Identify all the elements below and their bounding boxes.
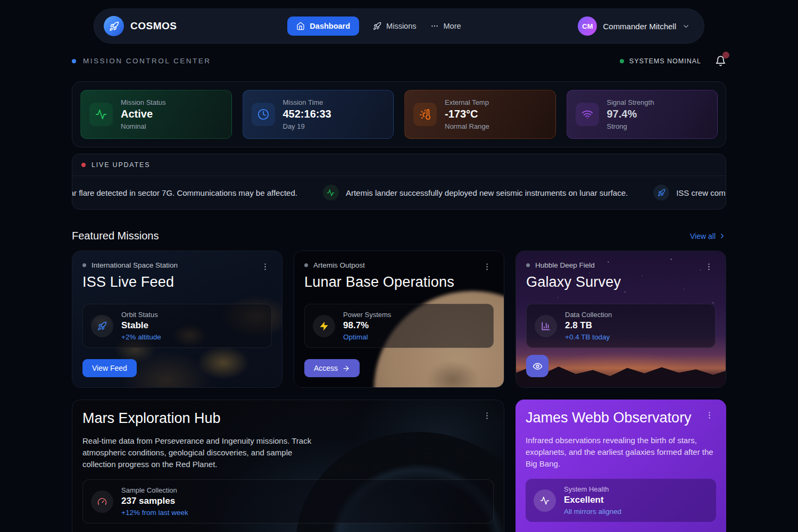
ticker-text: Solar flare detected in sector 7G. Commu… <box>72 188 297 197</box>
view-all-link[interactable]: View all <box>690 232 726 240</box>
stat-value: 98.7% <box>343 320 391 331</box>
mission-card-lunar[interactable]: Artemis Outpost Lunar Base Operations Po… <box>294 251 504 388</box>
ticker-text: Artemis lander successfully deployed new… <box>346 188 628 197</box>
systems-status-label: SYSTEMS NOMINAL <box>629 57 701 65</box>
lightning-bolt-icon <box>313 315 335 337</box>
webb-card[interactable]: James Webb Observatory Infrared observat… <box>516 400 726 532</box>
card-menu-button[interactable] <box>259 261 272 272</box>
page-header: MISSION CONTROL CENTER SYSTEMS NOMINAL <box>72 55 726 66</box>
stat-sub: +2% altitude <box>121 333 161 341</box>
rocket-logo-icon <box>104 16 124 36</box>
bar-chart-icon <box>535 315 557 337</box>
mission-stat-panel: Orbit Status Stable +2% altitude <box>82 304 272 348</box>
access-button[interactable]: Access <box>304 359 360 377</box>
card-menu-button[interactable] <box>480 410 494 421</box>
eye-icon <box>533 361 543 371</box>
ticker-item: ISS crew completes critical EVA maintena… <box>653 185 726 201</box>
section-title: Featured Missions <box>72 230 159 242</box>
nav-item-label: Dashboard <box>310 22 350 30</box>
systems-status: SYSTEMS NOMINAL <box>620 57 701 65</box>
stat-sub: +0.4 TB today <box>565 333 612 341</box>
stat-card-external-temp: External Temp -173°C Normal Range <box>404 90 556 139</box>
live-updates-panel: LIVE UPDATES Solar flare detected in sec… <box>72 154 726 210</box>
live-dot-icon <box>81 163 86 167</box>
stat-value: 2.8 TB <box>565 320 612 331</box>
stat-value: -173°C <box>445 108 489 120</box>
ellipsis-icon <box>430 22 439 30</box>
nav-item-dashboard[interactable]: Dashboard <box>287 16 359 36</box>
mission-card-galaxy[interactable]: Hubble Deep Field Galaxy Survey Data Col… <box>516 251 726 388</box>
card-menu-button[interactable] <box>480 261 494 272</box>
stat-label: Orbit Status <box>121 311 161 319</box>
card-title: Mars Exploration Hub <box>82 410 494 427</box>
mars-hub-card[interactable]: Mars Exploration Hub Real-time data from… <box>72 400 504 532</box>
stat-card-mission-status: Mission Status Active Nominal <box>80 90 232 139</box>
stat-sub: Strong <box>607 122 654 130</box>
clock-icon <box>252 103 275 126</box>
news-ticker: Solar flare detected in sector 7G. Commu… <box>72 176 726 209</box>
stat-label: Mission Time <box>283 98 331 106</box>
stat-sub: Nominal <box>121 122 166 130</box>
page-title: MISSION CONTROL CENTER <box>83 57 211 65</box>
nav-menu: Dashboard Missions More <box>177 16 571 36</box>
nav-item-label: Missions <box>386 22 416 30</box>
gauge-icon <box>91 491 113 513</box>
brand[interactable]: COSMOS <box>104 16 177 36</box>
stat-value: 452:16:33 <box>283 108 331 120</box>
user-menu[interactable]: CM Commander Mitchell <box>571 12 696 40</box>
activity-icon <box>89 103 113 126</box>
stats-panel: Mission Status Active Nominal Mission Ti… <box>72 81 726 147</box>
stat-sub: All mirrors aligned <box>564 508 621 516</box>
stat-value: Excellent <box>564 495 621 505</box>
card-menu-button[interactable] <box>703 410 716 421</box>
stat-label: System Health <box>564 485 621 493</box>
nav-item-missions[interactable]: Missions <box>373 22 416 30</box>
card-menu-button[interactable] <box>702 261 716 272</box>
rocket-icon <box>373 22 381 30</box>
home-icon <box>296 22 305 30</box>
wifi-icon <box>576 103 599 126</box>
mars-stat-panel: Sample Collection 237 samples +12% from … <box>82 479 494 523</box>
live-updates-title: LIVE UPDATES <box>92 161 150 169</box>
stat-value: 97.4% <box>607 108 654 120</box>
notifications-button[interactable] <box>715 55 726 66</box>
stat-sub: Normal Range <box>445 122 489 130</box>
featured-header: Featured Missions View all <box>72 230 726 242</box>
nav-item-label: More <box>444 22 461 30</box>
notification-badge <box>722 52 729 59</box>
card-description: Real-time data from Perseverance and Ing… <box>82 435 317 470</box>
stat-value: Stable <box>121 320 161 331</box>
thermometer-icon <box>413 103 437 126</box>
ticker-item: Solar flare detected in sector 7G. Commu… <box>72 185 297 201</box>
mission-title: Galaxy Survey <box>526 274 716 290</box>
access-label: Access <box>314 364 338 372</box>
gray-dot-icon <box>82 263 86 267</box>
stat-card-signal-strength: Signal Strength 97.4% Strong <box>567 90 718 139</box>
activity-icon <box>323 185 339 201</box>
rocket-icon <box>653 185 669 201</box>
card-description: Infrared observations revealing the birt… <box>526 435 716 469</box>
gray-dot-icon <box>304 263 308 267</box>
webb-stat-panel: System Health Excellent All mirrors alig… <box>526 479 716 522</box>
mission-title: ISS Live Feed <box>82 274 272 290</box>
stat-label: External Temp <box>445 98 489 106</box>
view-feed-button[interactable]: View Feed <box>82 359 137 377</box>
avatar: CM <box>578 16 597 36</box>
stat-value: 237 samples <box>121 496 188 506</box>
stat-sub: Day 19 <box>283 122 331 130</box>
brand-name: COSMOS <box>130 20 177 32</box>
chevron-down-icon <box>682 22 690 30</box>
mission-tag: Artemis Outpost <box>313 261 365 269</box>
chevron-right-icon <box>718 232 726 240</box>
green-dot-icon <box>620 59 624 63</box>
user-name: Commander Mitchell <box>603 22 676 31</box>
ticker-item: Artemis lander successfully deployed new… <box>323 185 628 201</box>
mission-stat-panel: Data Collection 2.8 TB +0.4 TB today <box>526 304 716 348</box>
stat-sub: Optimal <box>343 333 391 341</box>
nav-item-more[interactable]: More <box>430 22 461 30</box>
mission-card-iss[interactable]: International Space Station ISS Live Fee… <box>72 251 282 388</box>
view-button[interactable] <box>526 355 548 377</box>
view-all-label: View all <box>690 232 716 240</box>
arrow-right-icon <box>342 364 350 372</box>
stat-sub: +12% from last week <box>121 509 188 517</box>
